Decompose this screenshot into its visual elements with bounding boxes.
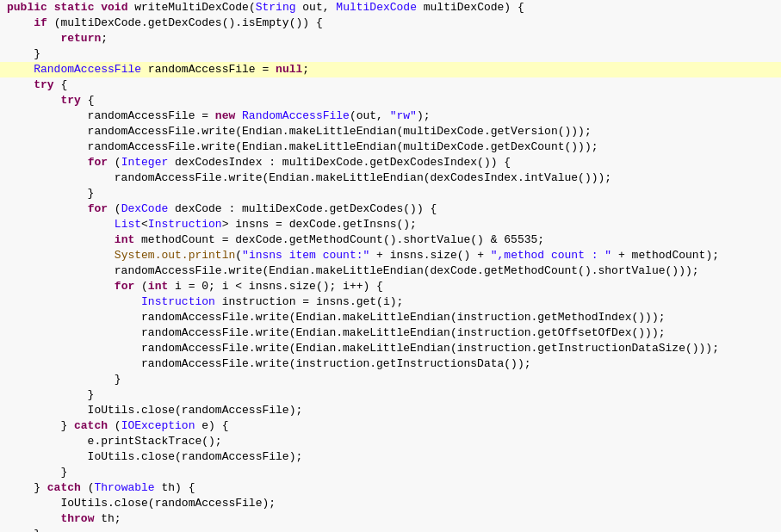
token-plain: randomAccessFile.write(instruction.getIn… — [7, 357, 531, 370]
token-kw: public — [7, 1, 47, 14]
token-plain: ( — [235, 249, 242, 262]
token-plain: randomAccessFile.write(Endian.makeLittle… — [7, 125, 592, 138]
code-line: IoUtils.close(randomAccessFile); — [0, 449, 781, 465]
code-line: } — [0, 465, 781, 480]
token-kw: try — [60, 94, 80, 107]
code-line: } catch (IOException e) { — [0, 418, 781, 434]
token-cls: Integer — [121, 156, 169, 169]
token-plain: randomAccessFile.write(Endian.makeLittle… — [7, 140, 598, 153]
code-line: randomAccessFile.write(Endian.makeLittle… — [0, 170, 781, 186]
token-plain: randomAccessFile = — [141, 63, 276, 76]
code-line: List<Instruction> insns = dexCode.getIns… — [0, 217, 781, 232]
token-kw: for — [115, 280, 134, 293]
token-plain: randomAccessFile.write(Endian.makeLittle… — [7, 264, 699, 277]
token-plain: randomAccessFile.write(Endian.makeLittle… — [7, 171, 611, 184]
token-plain: } — [7, 419, 74, 432]
token-kw: catch — [47, 481, 81, 494]
code-line: randomAccessFile = new RandomAccessFile(… — [0, 108, 781, 124]
code-line: for (Integer dexCodesIndex : multiDexCod… — [0, 155, 781, 170]
token-cls: Instruction — [148, 218, 222, 231]
token-kw: for — [88, 156, 108, 169]
token-plain — [7, 295, 141, 308]
code-line: randomAccessFile.write(instruction.getIn… — [0, 356, 781, 372]
token-kw: int — [115, 233, 134, 246]
token-kw: int — [148, 280, 168, 293]
token-sys: System.out.println — [115, 249, 235, 262]
token-plain: } — [7, 528, 40, 532]
code-line: return; — [0, 31, 781, 46]
token-kw: return — [60, 32, 101, 45]
code-line: randomAccessFile.write(Endian.makeLittle… — [0, 310, 781, 325]
token-plain: methodCount = dexCode.getMethodCount().s… — [134, 233, 544, 246]
token-plain — [7, 94, 60, 107]
code-editor: public static void writeMultiDexCode(Str… — [0, 0, 781, 532]
token-plain — [7, 63, 34, 76]
token-plain: dexCodesIndex : multiDexCode.getDexCodes… — [168, 156, 511, 169]
token-plain: + methodCount); — [611, 249, 719, 262]
token-plain: ; — [101, 32, 108, 45]
token-plain: dexCode : multiDexCode.getDexCodes()) { — [168, 202, 437, 215]
token-kw: void — [101, 1, 127, 14]
token-plain: < — [141, 218, 148, 231]
token-plain: ( — [134, 280, 148, 293]
code-line: try { — [0, 93, 781, 108]
token-kw: new — [215, 109, 235, 122]
token-plain: out, — [296, 1, 337, 14]
token-kw: null — [276, 63, 302, 76]
token-plain: randomAccessFile.write(Endian.makeLittle… — [7, 326, 666, 339]
code-line: public static void writeMultiDexCode(Str… — [0, 0, 781, 15]
token-kw: if — [34, 16, 47, 29]
token-plain: th) { — [155, 481, 195, 494]
code-line: System.out.println("insns item count:" +… — [0, 248, 781, 263]
token-plain — [7, 32, 60, 45]
token-cls: RandomAccessFile — [242, 109, 350, 122]
token-cls: IOException — [121, 419, 195, 432]
token-plain: { — [54, 78, 68, 91]
token-plain: IoUtils.close(randomAccessFile); — [7, 497, 276, 510]
code-line: IoUtils.close(randomAccessFile); — [0, 403, 781, 418]
token-plain: { — [81, 94, 95, 107]
code-line: e.printStackTrace(); — [0, 434, 781, 449]
token-plain — [7, 16, 34, 29]
token-plain: (out, — [350, 109, 390, 122]
token-plain: + insns.size() + — [369, 249, 490, 262]
token-plain — [235, 109, 242, 122]
code-line: int methodCount = dexCode.getMethodCount… — [0, 232, 781, 248]
token-plain: IoUtils.close(randomAccessFile); — [7, 450, 302, 463]
code-line: if (multiDexCode.getDexCodes().isEmpty()… — [0, 15, 781, 31]
token-plain: } — [7, 388, 94, 401]
token-plain: writeMultiDexCode( — [127, 1, 255, 14]
token-plain — [7, 233, 115, 246]
token-str: "rw" — [390, 109, 417, 122]
code-line: randomAccessFile.write(Endian.makeLittle… — [0, 341, 781, 356]
token-kw: try — [34, 78, 53, 91]
token-plain: } — [7, 47, 40, 60]
code-line: try { — [0, 77, 781, 93]
token-plain: } — [7, 481, 47, 494]
token-plain — [7, 280, 115, 293]
token-cls: List — [115, 218, 141, 231]
token-plain: i = 0; i < insns.size(); i++) { — [168, 280, 383, 293]
code-line: Instruction instruction = insns.get(i); — [0, 294, 781, 310]
token-plain: randomAccessFile = — [7, 109, 215, 122]
code-line: } catch (Throwable th) { — [0, 480, 781, 496]
token-cls: Instruction — [141, 295, 215, 308]
token-cls: DexCode — [121, 202, 169, 215]
token-plain — [47, 1, 54, 14]
token-cls: String — [256, 1, 296, 14]
token-cls: Throwable — [94, 481, 154, 494]
token-str: ",method count : " — [491, 249, 611, 262]
token-plain: ( — [81, 481, 95, 494]
code-line: IoUtils.close(randomAccessFile); — [0, 496, 781, 511]
token-cls: MultiDexCode — [336, 1, 417, 14]
code-line: RandomAccessFile randomAccessFile = null… — [0, 62, 781, 77]
token-kw: static — [54, 1, 95, 14]
code-area: public static void writeMultiDexCode(Str… — [0, 0, 781, 532]
code-line: for (int i = 0; i < insns.size(); i++) { — [0, 279, 781, 294]
token-plain — [7, 202, 88, 215]
token-kw: for — [88, 202, 108, 215]
token-plain: } — [7, 466, 67, 479]
token-plain: ( — [108, 419, 121, 432]
token-kw: catch — [74, 419, 108, 432]
token-plain: > insns = dexCode.getInsns(); — [222, 218, 417, 231]
